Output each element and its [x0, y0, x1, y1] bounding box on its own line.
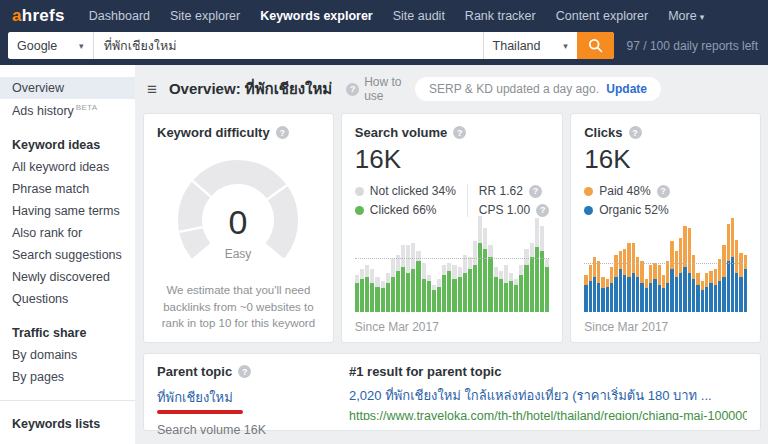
chart-bar	[447, 214, 451, 312]
search-volume-legend: Not clicked 34% Clicked 66% RR 1.62? CPS…	[355, 184, 549, 217]
chart-bar	[735, 214, 738, 312]
chart-bar	[683, 214, 686, 312]
chart-bar	[452, 214, 456, 312]
parent-topic-title: Parent topic ?	[157, 364, 349, 379]
nav-keywords-explorer[interactable]: Keywords explorer	[260, 9, 373, 23]
top-result-link[interactable]: 2,020 ที่พักเชียงใหม่ ใกล้แหล่งท่องเที่ย…	[349, 385, 747, 406]
sidebar-item-overview[interactable]: Overview	[0, 77, 135, 99]
sidebar-item-ads-history[interactable]: Ads historyBETA	[0, 99, 135, 122]
sidebar-item-phrase-match[interactable]: Phrase match	[0, 178, 135, 200]
sidebar-item-also-rank-for[interactable]: Also rank for	[0, 222, 135, 244]
not-clicked-dot	[355, 187, 364, 196]
chart-bar	[675, 214, 678, 312]
chart-bar	[540, 214, 544, 312]
question-icon[interactable]: ?	[276, 126, 289, 139]
chart-bar	[458, 214, 462, 312]
chart-bar	[514, 214, 518, 312]
chart-bar	[396, 214, 400, 312]
chart-bar	[519, 214, 523, 312]
sidebar-item-by-pages[interactable]: By pages	[0, 366, 135, 388]
how-to-use-link[interactable]: ? How to use	[346, 75, 415, 103]
return-rate-label: RR 1.62	[479, 184, 523, 198]
chart-bar	[509, 214, 513, 312]
sidebar-header-traffic-share: Traffic share	[0, 322, 135, 344]
search-icon	[588, 38, 603, 53]
ads-history-label: Ads history	[12, 104, 74, 118]
update-status-pill: SERP & KD updated a day ago. Update	[415, 77, 661, 101]
sidebar-item-search-suggestions[interactable]: Search suggestions	[0, 244, 135, 266]
chart-bar	[727, 214, 730, 312]
chart-bar	[473, 214, 477, 312]
nav-rank-tracker[interactable]: Rank tracker	[465, 9, 536, 23]
sidebar-header-keywords-lists: Keywords lists	[0, 413, 135, 435]
question-icon: ?	[346, 83, 359, 96]
chart-bar	[545, 214, 549, 312]
chart-bar	[658, 214, 661, 312]
chart-bar	[744, 214, 747, 312]
chart-bar	[688, 214, 691, 312]
search-button[interactable]	[577, 32, 614, 59]
chart-bar	[488, 214, 492, 312]
chart-bar	[375, 214, 379, 312]
chart-bar	[614, 214, 617, 312]
nav-site-explorer[interactable]: Site explorer	[170, 9, 240, 23]
country-select[interactable]: Thailand ▾	[483, 32, 577, 59]
nav-more[interactable]: More▾	[668, 9, 704, 23]
chevron-down-icon: ▾	[700, 12, 705, 22]
keyword-difficulty-card: Keyword difficulty ? 0 Easy We estimate …	[143, 113, 334, 343]
top-result-url[interactable]: https://www.traveloka.com/th-th/hotel/th…	[349, 408, 747, 420]
clicks-chart	[584, 214, 747, 312]
chart-bar	[530, 214, 534, 312]
chart-bar	[499, 214, 503, 312]
sidebar-item-questions[interactable]: Questions	[0, 288, 135, 310]
difficulty-value: 0	[229, 203, 248, 241]
question-icon[interactable]: ?	[238, 365, 251, 378]
question-icon[interactable]: ?	[657, 185, 670, 198]
question-icon[interactable]: ?	[529, 185, 542, 198]
clicks-title: Clicks ?	[584, 125, 747, 140]
chart-bar	[679, 214, 682, 312]
hamburger-icon[interactable]: ≡	[147, 81, 157, 98]
chart-bar	[478, 214, 482, 312]
parent-topic-link[interactable]: ที่พักเชียงใหม่	[157, 387, 233, 408]
search-volume-value: 16K	[355, 144, 549, 175]
chart-bar	[619, 214, 622, 312]
chart-bar	[623, 214, 626, 312]
question-icon[interactable]: ?	[629, 126, 642, 139]
sidebar-divider	[0, 400, 135, 401]
nav-dashboard[interactable]: Dashboard	[89, 9, 150, 23]
question-icon[interactable]: ?	[453, 126, 466, 139]
parent-topic-search-volume: Search volume 16K	[157, 423, 349, 437]
chart-bar	[696, 214, 699, 312]
chart-bar	[589, 214, 592, 312]
chart-bar	[463, 214, 467, 312]
sidebar-item-having-same-terms[interactable]: Having same terms	[0, 200, 135, 222]
parent-topic-label: Parent topic	[157, 364, 232, 379]
legend-not-clicked: Not clicked 34%	[355, 184, 456, 198]
chart-bar	[722, 214, 725, 312]
keyword-difficulty-title: Keyword difficulty ?	[157, 125, 320, 140]
difficulty-note: We estimate that you'll need backlinks f…	[157, 282, 320, 332]
chart-bar	[411, 214, 415, 312]
chart-bar	[627, 214, 630, 312]
nav-content-explorer[interactable]: Content explorer	[556, 9, 648, 23]
overview-header: ≡ Overview: ที่พักเชียงใหม่ ? How to use…	[143, 75, 761, 103]
main-nav: ahrefs Dashboard Site explorer Keywords …	[0, 0, 768, 32]
update-button[interactable]: Update	[606, 82, 647, 96]
not-clicked-label: Not clicked 34%	[370, 184, 456, 198]
search-engine-select[interactable]: Google ▾	[8, 32, 94, 59]
chart-bar	[442, 214, 446, 312]
chart-bar	[504, 214, 508, 312]
paid-dot	[584, 187, 593, 196]
chart-bar	[355, 214, 359, 312]
sidebar-item-newly-discovered[interactable]: Newly discovered	[0, 266, 135, 288]
sidebar-item-by-domains[interactable]: By domains	[0, 344, 135, 366]
nav-site-audit[interactable]: Site audit	[393, 9, 445, 23]
sidebar-item-all-keyword-ideas[interactable]: All keyword ideas	[0, 156, 135, 178]
chart-bar	[386, 214, 390, 312]
keyword-query-input[interactable]	[94, 32, 483, 59]
nav-more-label: More	[668, 9, 696, 23]
chart-bar	[606, 214, 609, 312]
ahrefs-logo[interactable]: ahrefs	[12, 6, 65, 26]
chart-bar	[739, 214, 742, 312]
